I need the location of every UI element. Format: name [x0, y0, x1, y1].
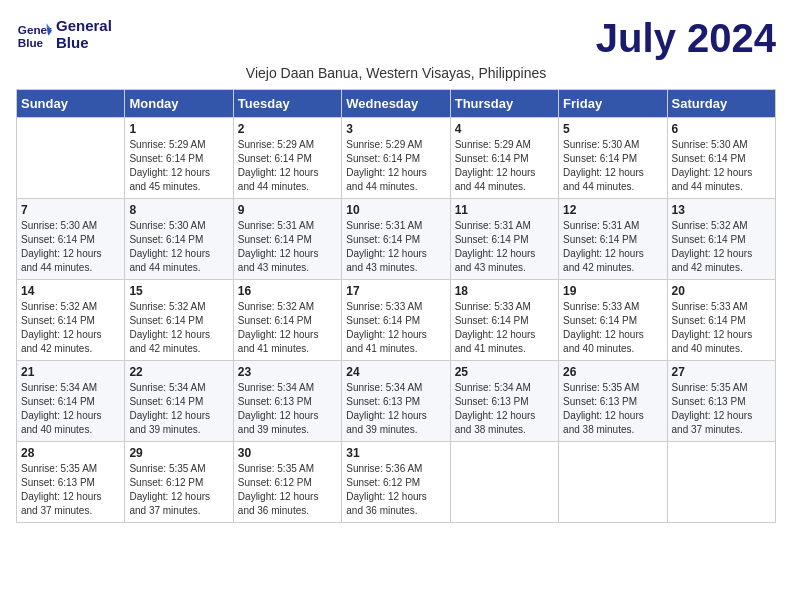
calendar-cell: 5Sunrise: 5:30 AMSunset: 6:14 PMDaylight… — [559, 118, 667, 199]
day-detail: Sunrise: 5:30 AMSunset: 6:14 PMDaylight:… — [672, 138, 771, 194]
calendar-cell: 25Sunrise: 5:34 AMSunset: 6:13 PMDayligh… — [450, 361, 558, 442]
day-number: 31 — [346, 446, 445, 460]
day-detail: Sunrise: 5:31 AMSunset: 6:14 PMDaylight:… — [563, 219, 662, 275]
calendar-cell: 9Sunrise: 5:31 AMSunset: 6:14 PMDaylight… — [233, 199, 341, 280]
day-detail: Sunrise: 5:29 AMSunset: 6:14 PMDaylight:… — [238, 138, 337, 194]
day-detail: Sunrise: 5:34 AMSunset: 6:14 PMDaylight:… — [129, 381, 228, 437]
day-number: 5 — [563, 122, 662, 136]
logo-icon: General Blue — [16, 16, 52, 52]
calendar-table: SundayMondayTuesdayWednesdayThursdayFrid… — [16, 89, 776, 523]
day-detail: Sunrise: 5:31 AMSunset: 6:14 PMDaylight:… — [346, 219, 445, 275]
day-detail: Sunrise: 5:35 AMSunset: 6:12 PMDaylight:… — [129, 462, 228, 518]
calendar-cell: 30Sunrise: 5:35 AMSunset: 6:12 PMDayligh… — [233, 442, 341, 523]
calendar-cell: 29Sunrise: 5:35 AMSunset: 6:12 PMDayligh… — [125, 442, 233, 523]
weekday-header-wednesday: Wednesday — [342, 90, 450, 118]
weekday-header-thursday: Thursday — [450, 90, 558, 118]
calendar-cell: 2Sunrise: 5:29 AMSunset: 6:14 PMDaylight… — [233, 118, 341, 199]
day-number: 25 — [455, 365, 554, 379]
page-header: General Blue General Blue July 2024 — [16, 16, 776, 61]
day-number: 8 — [129, 203, 228, 217]
calendar-cell: 3Sunrise: 5:29 AMSunset: 6:14 PMDaylight… — [342, 118, 450, 199]
day-number: 4 — [455, 122, 554, 136]
calendar-cell: 4Sunrise: 5:29 AMSunset: 6:14 PMDaylight… — [450, 118, 558, 199]
weekday-header-saturday: Saturday — [667, 90, 775, 118]
day-detail: Sunrise: 5:35 AMSunset: 6:13 PMDaylight:… — [672, 381, 771, 437]
calendar-cell: 26Sunrise: 5:35 AMSunset: 6:13 PMDayligh… — [559, 361, 667, 442]
calendar-cell — [667, 442, 775, 523]
day-detail: Sunrise: 5:35 AMSunset: 6:13 PMDaylight:… — [21, 462, 120, 518]
day-number: 20 — [672, 284, 771, 298]
calendar-cell: 8Sunrise: 5:30 AMSunset: 6:14 PMDaylight… — [125, 199, 233, 280]
day-detail: Sunrise: 5:30 AMSunset: 6:14 PMDaylight:… — [21, 219, 120, 275]
day-detail: Sunrise: 5:35 AMSunset: 6:12 PMDaylight:… — [238, 462, 337, 518]
day-detail: Sunrise: 5:34 AMSunset: 6:13 PMDaylight:… — [455, 381, 554, 437]
logo-text: General Blue — [56, 17, 112, 51]
day-detail: Sunrise: 5:30 AMSunset: 6:14 PMDaylight:… — [129, 219, 228, 275]
day-detail: Sunrise: 5:32 AMSunset: 6:14 PMDaylight:… — [129, 300, 228, 356]
day-detail: Sunrise: 5:31 AMSunset: 6:14 PMDaylight:… — [455, 219, 554, 275]
day-detail: Sunrise: 5:29 AMSunset: 6:14 PMDaylight:… — [455, 138, 554, 194]
day-number: 18 — [455, 284, 554, 298]
day-number: 7 — [21, 203, 120, 217]
day-detail: Sunrise: 5:31 AMSunset: 6:14 PMDaylight:… — [238, 219, 337, 275]
day-number: 14 — [21, 284, 120, 298]
calendar-cell: 10Sunrise: 5:31 AMSunset: 6:14 PMDayligh… — [342, 199, 450, 280]
calendar-cell: 20Sunrise: 5:33 AMSunset: 6:14 PMDayligh… — [667, 280, 775, 361]
calendar-cell: 27Sunrise: 5:35 AMSunset: 6:13 PMDayligh… — [667, 361, 775, 442]
day-number: 11 — [455, 203, 554, 217]
calendar-cell: 17Sunrise: 5:33 AMSunset: 6:14 PMDayligh… — [342, 280, 450, 361]
calendar-cell: 21Sunrise: 5:34 AMSunset: 6:14 PMDayligh… — [17, 361, 125, 442]
logo: General Blue General Blue — [16, 16, 112, 52]
day-number: 2 — [238, 122, 337, 136]
day-number: 24 — [346, 365, 445, 379]
day-number: 19 — [563, 284, 662, 298]
day-detail: Sunrise: 5:34 AMSunset: 6:13 PMDaylight:… — [346, 381, 445, 437]
day-number: 13 — [672, 203, 771, 217]
day-number: 9 — [238, 203, 337, 217]
calendar-cell: 23Sunrise: 5:34 AMSunset: 6:13 PMDayligh… — [233, 361, 341, 442]
calendar-cell: 11Sunrise: 5:31 AMSunset: 6:14 PMDayligh… — [450, 199, 558, 280]
day-number: 29 — [129, 446, 228, 460]
day-detail: Sunrise: 5:29 AMSunset: 6:14 PMDaylight:… — [346, 138, 445, 194]
day-detail: Sunrise: 5:32 AMSunset: 6:14 PMDaylight:… — [672, 219, 771, 275]
day-number: 26 — [563, 365, 662, 379]
calendar-cell: 31Sunrise: 5:36 AMSunset: 6:12 PMDayligh… — [342, 442, 450, 523]
day-number: 28 — [21, 446, 120, 460]
calendar-cell: 13Sunrise: 5:32 AMSunset: 6:14 PMDayligh… — [667, 199, 775, 280]
day-number: 6 — [672, 122, 771, 136]
day-detail: Sunrise: 5:33 AMSunset: 6:14 PMDaylight:… — [563, 300, 662, 356]
weekday-header-monday: Monday — [125, 90, 233, 118]
day-detail: Sunrise: 5:29 AMSunset: 6:14 PMDaylight:… — [129, 138, 228, 194]
day-detail: Sunrise: 5:30 AMSunset: 6:14 PMDaylight:… — [563, 138, 662, 194]
weekday-header-tuesday: Tuesday — [233, 90, 341, 118]
day-number: 15 — [129, 284, 228, 298]
calendar-cell: 24Sunrise: 5:34 AMSunset: 6:13 PMDayligh… — [342, 361, 450, 442]
day-number: 17 — [346, 284, 445, 298]
day-detail: Sunrise: 5:35 AMSunset: 6:13 PMDaylight:… — [563, 381, 662, 437]
day-detail: Sunrise: 5:33 AMSunset: 6:14 PMDaylight:… — [346, 300, 445, 356]
calendar-cell: 19Sunrise: 5:33 AMSunset: 6:14 PMDayligh… — [559, 280, 667, 361]
calendar-cell: 7Sunrise: 5:30 AMSunset: 6:14 PMDaylight… — [17, 199, 125, 280]
calendar-cell: 16Sunrise: 5:32 AMSunset: 6:14 PMDayligh… — [233, 280, 341, 361]
day-number: 21 — [21, 365, 120, 379]
weekday-header-sunday: Sunday — [17, 90, 125, 118]
calendar-cell: 15Sunrise: 5:32 AMSunset: 6:14 PMDayligh… — [125, 280, 233, 361]
day-number: 16 — [238, 284, 337, 298]
day-number: 12 — [563, 203, 662, 217]
calendar-cell — [559, 442, 667, 523]
month-title: July 2024 — [596, 16, 776, 61]
day-number: 3 — [346, 122, 445, 136]
calendar-cell: 28Sunrise: 5:35 AMSunset: 6:13 PMDayligh… — [17, 442, 125, 523]
calendar-cell: 22Sunrise: 5:34 AMSunset: 6:14 PMDayligh… — [125, 361, 233, 442]
svg-text:Blue: Blue — [18, 36, 44, 49]
day-detail: Sunrise: 5:33 AMSunset: 6:14 PMDaylight:… — [455, 300, 554, 356]
day-number: 1 — [129, 122, 228, 136]
day-number: 22 — [129, 365, 228, 379]
day-number: 30 — [238, 446, 337, 460]
location-subtitle: Viejo Daan Banua, Western Visayas, Phili… — [16, 65, 776, 81]
weekday-header-friday: Friday — [559, 90, 667, 118]
calendar-cell: 12Sunrise: 5:31 AMSunset: 6:14 PMDayligh… — [559, 199, 667, 280]
calendar-cell: 14Sunrise: 5:32 AMSunset: 6:14 PMDayligh… — [17, 280, 125, 361]
day-number: 27 — [672, 365, 771, 379]
day-detail: Sunrise: 5:34 AMSunset: 6:13 PMDaylight:… — [238, 381, 337, 437]
